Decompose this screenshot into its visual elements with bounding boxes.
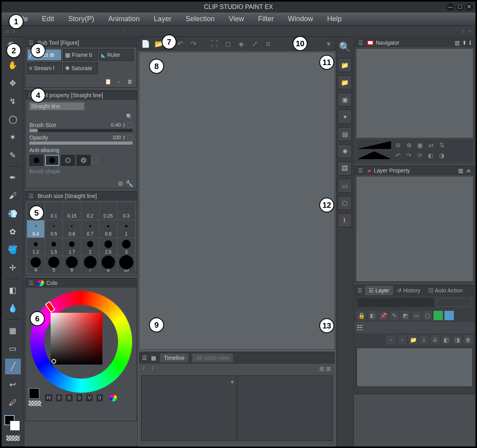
timeline-view2-icon[interactable]: ▦	[326, 365, 331, 372]
brush-size-0_1[interactable]: 0.1	[45, 202, 62, 219]
color-active-swatch[interactable]	[29, 388, 40, 399]
blend-tool[interactable]: 💧	[5, 300, 21, 316]
brush-size-2_5[interactable]: 2.5	[100, 238, 117, 256]
qa-folder-icon[interactable]: 📁	[338, 75, 352, 89]
auto-action-tab[interactable]: ☑ Auto Action	[424, 286, 467, 295]
qa-sheet-icon[interactable]: ▭	[338, 179, 352, 193]
layerprop-tab2-icon[interactable]: ▥	[458, 167, 463, 174]
layer-visible-icon[interactable]: ☵	[357, 323, 363, 332]
frame-tool[interactable]: ▭	[5, 341, 21, 356]
qa-frame-icon[interactable]: ▣	[338, 93, 352, 107]
redo-icon[interactable]: ↷	[188, 39, 198, 49]
layer-draft-icon[interactable]: ▭	[411, 311, 421, 320]
brush-size-10[interactable]: 10	[118, 256, 135, 274]
opacity-spinner[interactable]: ▲▼	[122, 135, 126, 140]
new-vector-icon[interactable]: ▫	[397, 335, 407, 345]
move-tool[interactable]: ✥	[5, 75, 21, 91]
dropdown-icon[interactable]: ▾	[323, 39, 333, 49]
flip-h-icon[interactable]: ⇄	[426, 141, 435, 149]
eraser-tool[interactable]: ◧	[5, 282, 21, 298]
nav-tab3-icon[interactable]: ⬆	[462, 40, 467, 46]
layer-pin-icon[interactable]: 📌	[379, 311, 388, 320]
layer-ref-icon[interactable]: ✎	[390, 311, 399, 320]
rotate-90-icon[interactable]: ◐	[426, 151, 435, 160]
color-swatch[interactable]	[4, 415, 22, 432]
brushsize-menu-icon[interactable]: ☰	[29, 193, 34, 199]
lasso-tool[interactable]: ◯	[5, 111, 21, 127]
timeline-track-list[interactable]: ▾	[141, 375, 237, 441]
brush-size-0_07[interactable]: 0.07	[27, 202, 44, 219]
zoom-slider[interactable]	[357, 141, 391, 149]
brush-size-0_4[interactable]: 0.4	[27, 220, 44, 238]
menu-window[interactable]: Window	[281, 15, 320, 23]
gradient-tool[interactable]: ▦	[5, 323, 21, 338]
brush-size-4[interactable]: 4	[27, 256, 44, 274]
menu-filter[interactable]: Filter	[251, 15, 281, 23]
layer-menu-icon[interactable]: ☰	[355, 287, 365, 294]
new-raster-icon[interactable]: ▫	[386, 335, 396, 345]
toolprop-wrench-icon[interactable]: 🔧	[126, 180, 133, 187]
brush-size-0_3[interactable]: 0.3	[118, 202, 135, 219]
all-sides-tab[interactable]: All sides view	[192, 354, 233, 362]
hsv-h-value[interactable]: 0	[56, 394, 62, 401]
color-picker-cursor[interactable]	[51, 359, 56, 364]
brush-size-1_7[interactable]: 1.7	[63, 238, 80, 256]
opacity-field[interactable]	[437, 298, 472, 307]
rotate-180-icon[interactable]: ◑	[437, 151, 446, 160]
layer-color2-icon[interactable]	[444, 311, 454, 320]
deselect-icon[interactable]: ◻	[223, 39, 233, 49]
background-color[interactable]	[10, 421, 20, 431]
search-icon[interactable]: 🔍	[126, 113, 133, 120]
collapse-right-icon[interactable]: »	[466, 27, 473, 35]
subtool-frame-border[interactable]: ▦Frame b	[63, 49, 98, 61]
toolprop-preset[interactable]: Straight line	[29, 102, 84, 110]
nav-tab2-icon[interactable]: ▥	[455, 40, 460, 46]
aa-medium[interactable]	[61, 155, 75, 166]
brush-tool[interactable]: 🖌	[5, 188, 21, 203]
new-file-icon[interactable]: 📄	[140, 39, 151, 49]
hsv-v-value[interactable]: 0	[96, 394, 102, 401]
brush-size-slider[interactable]	[29, 129, 133, 132]
crop-icon[interactable]: ⧅	[263, 39, 273, 49]
color-history-icon[interactable]	[110, 394, 117, 401]
subtool-copy-icon[interactable]: 📋	[104, 77, 112, 86]
pen-tool[interactable]: ✒	[5, 170, 21, 185]
brush-size-0_25[interactable]: 0.25	[100, 202, 117, 219]
menu-edit[interactable]: Edit	[35, 15, 61, 23]
nav-tab4-icon[interactable]: ℹ	[469, 40, 471, 46]
opacity-value[interactable]: 100	[112, 134, 121, 140]
brush-size-8[interactable]: 8	[100, 256, 117, 274]
hue-marker[interactable]	[45, 301, 55, 312]
auto-select-tool[interactable]: ✶	[5, 129, 21, 145]
brush-size-0_8[interactable]: 0.8	[100, 220, 117, 238]
open-file-icon[interactable]: 📂	[154, 39, 164, 49]
subtool-direct-draw[interactable]: ╱Direct dr	[27, 49, 62, 61]
menu-file[interactable]: File	[9, 15, 35, 23]
brush-size-3[interactable]: 3	[118, 238, 135, 256]
toolprop-reset-icon[interactable]: ⚙	[118, 180, 123, 187]
aa-weak[interactable]	[45, 155, 59, 166]
fill-tool[interactable]: 🪣	[5, 242, 21, 258]
subtool-stream-line[interactable]: ≡Stream l	[27, 62, 62, 74]
qa-image-icon[interactable]: 🖼	[338, 161, 352, 176]
correct-tool[interactable]: 🖊	[5, 395, 21, 410]
expand-icon[interactable]: ⤢	[249, 39, 260, 49]
timeline-dropdown-icon[interactable]: ▾	[231, 378, 234, 386]
close-button[interactable]: ✕	[465, 3, 473, 11]
subtool-menu-icon[interactable]: ☰	[29, 40, 34, 46]
menu-selection[interactable]: Selection	[178, 15, 222, 23]
layerprop-menu-icon[interactable]: ☰	[358, 167, 363, 174]
opacity-link[interactable]	[127, 135, 133, 140]
brush-size-0_15[interactable]: 0.15	[63, 202, 80, 219]
rotate-cw-icon[interactable]: ↷	[404, 151, 413, 160]
toolprop-menu-icon[interactable]: ☰	[29, 92, 34, 98]
menu-animation[interactable]: Animation	[101, 15, 147, 23]
layer-color1-icon[interactable]	[433, 311, 443, 320]
collapse-left-icon[interactable]: «	[4, 27, 11, 35]
layer-clip-icon[interactable]: ◩	[401, 311, 410, 320]
color-transparent-swatch[interactable]	[29, 401, 41, 406]
airbrush-tool[interactable]: 💨	[5, 206, 21, 221]
flip-v-icon[interactable]: ⇅	[437, 141, 446, 149]
aa-link[interactable]	[92, 158, 98, 163]
menu-view[interactable]: View	[222, 15, 251, 23]
